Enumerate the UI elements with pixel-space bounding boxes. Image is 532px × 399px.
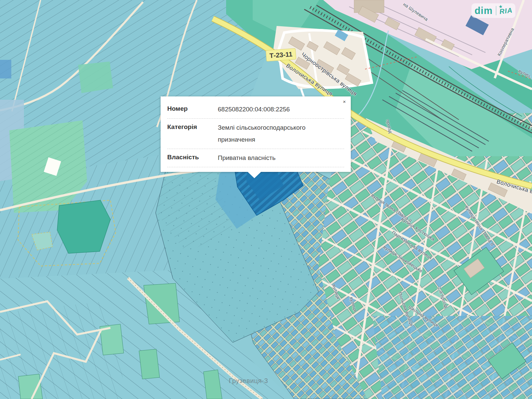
popup-row-label: Категорія	[167, 122, 218, 146]
popup-row-label: Номер	[167, 103, 218, 115]
popup-row-label: Власність	[167, 152, 218, 164]
popup-row-value: 6825082200:04:008:2256	[218, 103, 290, 115]
place-label: Грузевиця-3	[229, 377, 268, 385]
ria-star-icon: ★	[498, 4, 503, 9]
ria-logo-text: ★ RIA	[499, 6, 513, 15]
popup-close-button[interactable]: ×	[341, 98, 347, 105]
map-canvas[interactable]: Чорноострівська вулиця Волочиська вулиця…	[0, 0, 532, 399]
dim-logo-text: dim	[474, 6, 493, 16]
popup-row-value: Приватна власність	[218, 152, 276, 164]
dim-ria-watermark: dim ★ RIA	[471, 3, 515, 18]
popup-row-ownership: Власність Приватна власність	[167, 149, 344, 167]
watermark-divider	[496, 6, 496, 15]
popup-pointer	[248, 172, 261, 178]
road-shield-t-23-11: Т-23-11	[266, 48, 296, 62]
popup-row-value: Землі сільськогосподарського призначення	[218, 122, 334, 146]
parcel-info-popup: × Номер 6825082200:04:008:2256 Категорія…	[161, 96, 351, 172]
popup-row-category: Категорія Землі сільськогосподарського п…	[167, 119, 344, 149]
popup-row-number: Номер 6825082200:04:008:2256	[167, 100, 344, 119]
